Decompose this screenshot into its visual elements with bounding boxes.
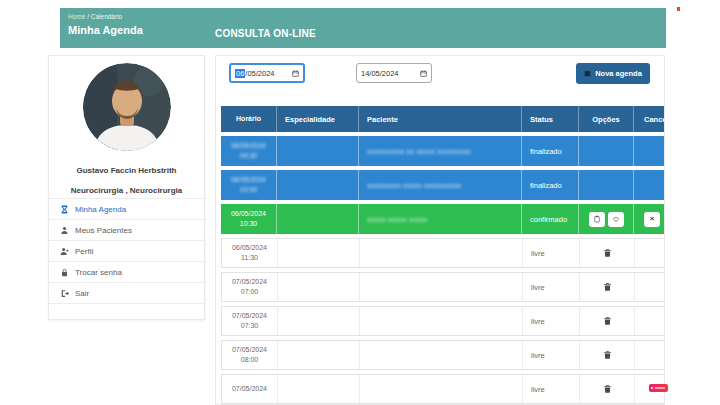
delete-slot-button[interactable] [603,316,612,326]
heart-icon [612,215,620,223]
status-badge: finalizado [521,170,578,200]
table-header: Horário Especialidade Paciente Status Op… [221,106,665,132]
delete-slot-button[interactable] [603,384,612,394]
calendar-icon[interactable] [420,70,427,77]
status-badge: livre [522,273,579,301]
pink-badge [649,384,668,392]
slot-date: 06/05/2024 [231,141,266,151]
notification-dot [677,7,680,11]
appointments-table: Horário Especialidade Paciente Status Op… [221,106,665,405]
close-icon: × [650,215,655,223]
delete-slot-button[interactable] [603,248,612,258]
calendar-icon [584,70,591,77]
delete-slot-button[interactable] [603,350,612,360]
sidebar-item-sair[interactable]: Sair [49,282,204,303]
col-cancelar: Cancelar [633,106,665,132]
slot-specialty [277,341,359,369]
main-panel: 06/05/2024 14/05/2024 Nova agenda Horári… [215,55,665,405]
doctor-specialty: Neurocirurgia , Neurocirurgia [49,186,204,195]
status-badge: livre [522,239,579,267]
doctor-name: Gustavo Faccin Herbstrith [49,166,204,175]
status-badge: confirmado [521,204,578,234]
slot-specialty [276,204,358,234]
slot-date: 06/05/2024 [231,209,266,219]
record-notes-button[interactable] [589,212,605,227]
trash-icon [603,316,612,326]
sidebar-item-trocar-senha[interactable]: Trocar senha [49,261,204,282]
trash-icon [603,384,612,394]
slot-specialty [277,239,359,267]
sidebar-item-label: Sair [75,289,89,298]
status-badge: livre [522,341,579,369]
breadcrumb-home[interactable]: Home [68,13,85,20]
slot-time: 09:30 [240,151,258,161]
trash-icon [603,350,612,360]
cancel-appointment-button[interactable]: × [644,212,660,227]
slot-specialty [277,273,359,301]
col-especialidade: Especialidade [276,106,358,132]
slot-date: 07/05/2024 [232,345,267,355]
slot-date: 06/05/2024 [232,243,267,253]
sidebar-menu: Minha Agenda Meus Pacientes Perfil Troca… [49,198,204,326]
patient-name [359,375,522,403]
slot-specialty [276,136,358,166]
table-row: 07/05/2024 livre [221,374,665,404]
col-horario: Horário [221,106,276,132]
sidebar-item-perfil[interactable]: Perfil [49,240,204,261]
date-rest-segment[interactable]: /05/2024 [245,69,274,78]
sidebar-item-label: Minha Agenda [75,205,126,214]
patient-name [359,341,522,369]
sidebar-item-label: Meus Pacientes [75,226,132,235]
trash-icon [603,248,612,258]
patient-name [359,273,522,301]
delete-slot-button[interactable] [603,282,612,292]
avatar [83,63,171,151]
new-agenda-button[interactable]: Nova agenda [576,63,650,84]
status-badge: livre [522,375,579,403]
slot-specialty [277,307,359,335]
health-record-button[interactable] [608,212,624,227]
slot-date: 07/05/2024 [232,311,267,321]
sidebar: Gustavo Faccin Herbstrith Neurocirurgia … [48,55,205,320]
slot-date: 07/05/2024 [232,277,267,287]
table-row: 07/05/202408:00 livre [221,340,665,370]
date-day-segment[interactable]: 06 [235,69,245,78]
breadcrumb: Home / Calendário [68,13,122,20]
status-badge: finalizado [521,136,578,166]
sidebar-item-label: Perfil [75,247,93,256]
patient-name: xxxxxxxxx xxxxx xxxxxxxxxx [367,181,461,190]
table-row: 07/05/202407:30 livre [221,306,665,336]
table-row: 06/05/202410:00 xxxxxxxxx xxxxx xxxxxxxx… [221,170,665,200]
patient-name: xxxxx xxxxx xxxxx [367,215,427,224]
clipboard-icon [593,215,601,223]
table-row: 07/05/202407:00 livre [221,272,665,302]
slot-time: 08:00 [241,355,259,365]
patient-name [359,239,522,267]
lock-icon [60,268,69,277]
calendar-icon[interactable] [292,70,299,77]
slot-specialty [277,375,359,403]
slot-date: 07/05/2024 [232,384,267,394]
start-date-input[interactable]: 06/05/2024 [229,63,305,83]
patient-name: xxxxxxxxxx xx xxxxx xxxxxxxxx [367,147,471,156]
col-paciente: Paciente [358,106,521,132]
table-row: 06/05/202410:30 xxxxx xxxxx xxxxx confir… [221,204,665,234]
slot-specialty [276,170,358,200]
patient-name [359,307,522,335]
consulta-online-heading: CONSULTA ON-LINE [215,28,316,39]
sidebar-item-label: Trocar senha [75,268,122,277]
breadcrumb-current: Calendário [91,13,122,20]
end-date-input[interactable]: 14/05/2024 [356,63,432,83]
slot-date: 06/05/2024 [231,175,266,185]
sign-out-icon [60,289,69,298]
sidebar-item-minha-agenda[interactable]: Minha Agenda [49,198,204,219]
patients-icon [60,226,69,235]
slot-time: 11:30 [241,253,258,263]
hourglass-icon [60,205,69,214]
sidebar-item-meus-pacientes[interactable]: Meus Pacientes [49,219,204,240]
col-status: Status [521,106,578,132]
page-title: Minha Agenda [68,24,143,36]
date-value[interactable]: 14/05/2024 [361,69,399,78]
sidebar-footer-spacer [49,303,204,326]
profile-icon [60,247,69,256]
